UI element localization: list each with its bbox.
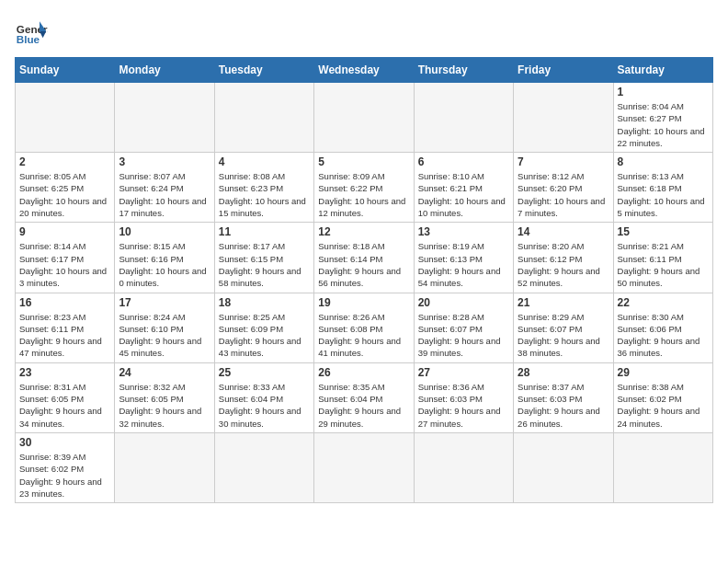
day-header-thursday: Thursday — [414, 58, 513, 83]
day-info: Sunrise: 8:29 AM Sunset: 6:07 PM Dayligh… — [518, 311, 609, 360]
day-info: Sunrise: 8:33 AM Sunset: 6:04 PM Dayligh… — [219, 381, 310, 430]
logo-icon: General Blue — [15, 15, 48, 48]
day-info: Sunrise: 8:26 AM Sunset: 6:08 PM Dayligh… — [318, 311, 409, 360]
calendar-cell: 28Sunrise: 8:37 AM Sunset: 6:03 PM Dayli… — [514, 362, 613, 432]
day-info: Sunrise: 8:23 AM Sunset: 6:11 PM Dayligh… — [19, 311, 110, 360]
day-number: 26 — [318, 366, 409, 379]
day-info: Sunrise: 8:30 AM Sunset: 6:06 PM Dayligh… — [618, 311, 709, 360]
calendar-cell: 11Sunrise: 8:17 AM Sunset: 6:15 PM Dayli… — [214, 223, 313, 293]
day-info: Sunrise: 8:38 AM Sunset: 6:02 PM Dayligh… — [618, 381, 709, 430]
day-info: Sunrise: 8:09 AM Sunset: 6:22 PM Dayligh… — [318, 170, 409, 219]
calendar-cell: 26Sunrise: 8:35 AM Sunset: 6:04 PM Dayli… — [314, 362, 414, 432]
day-info: Sunrise: 8:35 AM Sunset: 6:04 PM Dayligh… — [318, 381, 409, 430]
week-row-1: 1Sunrise: 8:04 AM Sunset: 6:27 PM Daylig… — [16, 83, 713, 153]
calendar-cell — [16, 83, 115, 153]
calendar-cell — [214, 83, 313, 153]
day-info: Sunrise: 8:17 AM Sunset: 6:15 PM Dayligh… — [219, 240, 310, 289]
day-header-monday: Monday — [115, 58, 214, 83]
calendar-cell: 3Sunrise: 8:07 AM Sunset: 6:24 PM Daylig… — [115, 153, 214, 223]
day-header-wednesday: Wednesday — [314, 58, 414, 83]
day-info: Sunrise: 8:28 AM Sunset: 6:07 PM Dayligh… — [418, 311, 509, 360]
day-info: Sunrise: 8:15 AM Sunset: 6:16 PM Dayligh… — [119, 240, 210, 289]
day-number: 21 — [518, 296, 609, 309]
day-number: 1 — [618, 86, 709, 98]
calendar-cell — [115, 432, 214, 502]
day-number: 19 — [318, 296, 409, 309]
calendar-cell: 5Sunrise: 8:09 AM Sunset: 6:22 PM Daylig… — [314, 153, 414, 223]
day-number: 13 — [418, 225, 509, 238]
calendar-cell: 7Sunrise: 8:12 AM Sunset: 6:20 PM Daylig… — [514, 153, 613, 223]
calendar-cell — [514, 432, 613, 502]
week-row-6: 30Sunrise: 8:39 AM Sunset: 6:02 PM Dayli… — [16, 432, 713, 502]
calendar-cell: 17Sunrise: 8:24 AM Sunset: 6:10 PM Dayli… — [115, 293, 214, 362]
day-number: 17 — [119, 296, 210, 309]
calendar-cell: 24Sunrise: 8:32 AM Sunset: 6:05 PM Dayli… — [115, 362, 214, 432]
day-info: Sunrise: 8:25 AM Sunset: 6:09 PM Dayligh… — [219, 311, 310, 360]
calendar-cell: 30Sunrise: 8:39 AM Sunset: 6:02 PM Dayli… — [16, 432, 115, 502]
day-number: 23 — [19, 366, 110, 379]
day-info: Sunrise: 8:36 AM Sunset: 6:03 PM Dayligh… — [418, 381, 509, 430]
day-info: Sunrise: 8:18 AM Sunset: 6:14 PM Dayligh… — [318, 240, 409, 289]
day-number: 22 — [618, 296, 709, 309]
logo: General Blue — [15, 15, 48, 48]
week-row-2: 2Sunrise: 8:05 AM Sunset: 6:25 PM Daylig… — [16, 153, 713, 223]
calendar-cell: 21Sunrise: 8:29 AM Sunset: 6:07 PM Dayli… — [514, 293, 613, 362]
day-info: Sunrise: 8:20 AM Sunset: 6:12 PM Dayligh… — [518, 240, 609, 289]
day-number: 10 — [119, 225, 210, 238]
calendar-cell: 4Sunrise: 8:08 AM Sunset: 6:23 PM Daylig… — [214, 153, 313, 223]
day-info: Sunrise: 8:14 AM Sunset: 6:17 PM Dayligh… — [19, 240, 110, 289]
calendar-cell: 19Sunrise: 8:26 AM Sunset: 6:08 PM Dayli… — [314, 293, 414, 362]
calendar-cell — [214, 432, 313, 502]
calendar-cell — [314, 432, 414, 502]
calendar-cell: 6Sunrise: 8:10 AM Sunset: 6:21 PM Daylig… — [414, 153, 513, 223]
day-number: 4 — [219, 155, 310, 168]
calendar-cell: 14Sunrise: 8:20 AM Sunset: 6:12 PM Dayli… — [514, 223, 613, 293]
day-info: Sunrise: 8:12 AM Sunset: 6:20 PM Dayligh… — [518, 170, 609, 219]
day-number: 2 — [19, 155, 110, 168]
day-number: 3 — [119, 155, 210, 168]
day-number: 16 — [19, 296, 110, 309]
day-info: Sunrise: 8:31 AM Sunset: 6:05 PM Dayligh… — [19, 381, 110, 430]
day-number: 29 — [618, 366, 709, 379]
calendar-cell: 29Sunrise: 8:38 AM Sunset: 6:02 PM Dayli… — [613, 362, 712, 432]
day-number: 11 — [219, 225, 310, 238]
day-number: 20 — [418, 296, 509, 309]
week-row-3: 9Sunrise: 8:14 AM Sunset: 6:17 PM Daylig… — [16, 223, 713, 293]
calendar-cell — [414, 432, 513, 502]
day-number: 14 — [518, 225, 609, 238]
day-number: 24 — [119, 366, 210, 379]
calendar-cell: 23Sunrise: 8:31 AM Sunset: 6:05 PM Dayli… — [16, 362, 115, 432]
calendar-cell — [613, 432, 712, 502]
day-number: 9 — [19, 225, 110, 238]
day-number: 5 — [318, 155, 409, 168]
day-number: 28 — [518, 366, 609, 379]
calendar-cell — [414, 83, 513, 153]
page-header: General Blue — [15, 15, 713, 48]
calendar-cell — [314, 83, 414, 153]
calendar-cell: 10Sunrise: 8:15 AM Sunset: 6:16 PM Dayli… — [115, 223, 214, 293]
day-info: Sunrise: 8:13 AM Sunset: 6:18 PM Dayligh… — [618, 170, 709, 219]
svg-text:Blue: Blue — [17, 33, 40, 45]
calendar-cell: 15Sunrise: 8:21 AM Sunset: 6:11 PM Dayli… — [613, 223, 712, 293]
calendar-cell: 20Sunrise: 8:28 AM Sunset: 6:07 PM Dayli… — [414, 293, 513, 362]
calendar-cell: 9Sunrise: 8:14 AM Sunset: 6:17 PM Daylig… — [16, 223, 115, 293]
calendar-cell — [115, 83, 214, 153]
week-row-5: 23Sunrise: 8:31 AM Sunset: 6:05 PM Dayli… — [16, 362, 713, 432]
day-info: Sunrise: 8:19 AM Sunset: 6:13 PM Dayligh… — [418, 240, 509, 289]
day-number: 27 — [418, 366, 509, 379]
calendar-cell: 13Sunrise: 8:19 AM Sunset: 6:13 PM Dayli… — [414, 223, 513, 293]
day-header-tuesday: Tuesday — [214, 58, 313, 83]
calendar-cell: 16Sunrise: 8:23 AM Sunset: 6:11 PM Dayli… — [16, 293, 115, 362]
day-info: Sunrise: 8:39 AM Sunset: 6:02 PM Dayligh… — [19, 451, 110, 500]
day-info: Sunrise: 8:08 AM Sunset: 6:23 PM Dayligh… — [219, 170, 310, 219]
calendar-cell: 12Sunrise: 8:18 AM Sunset: 6:14 PM Dayli… — [314, 223, 414, 293]
calendar-cell: 22Sunrise: 8:30 AM Sunset: 6:06 PM Dayli… — [613, 293, 712, 362]
day-number: 7 — [518, 155, 609, 168]
calendar-cell: 2Sunrise: 8:05 AM Sunset: 6:25 PM Daylig… — [16, 153, 115, 223]
calendar-cell: 8Sunrise: 8:13 AM Sunset: 6:18 PM Daylig… — [613, 153, 712, 223]
day-number: 25 — [219, 366, 310, 379]
week-row-4: 16Sunrise: 8:23 AM Sunset: 6:11 PM Dayli… — [16, 293, 713, 362]
day-number: 18 — [219, 296, 310, 309]
day-info: Sunrise: 8:10 AM Sunset: 6:21 PM Dayligh… — [418, 170, 509, 219]
day-number: 6 — [418, 155, 509, 168]
